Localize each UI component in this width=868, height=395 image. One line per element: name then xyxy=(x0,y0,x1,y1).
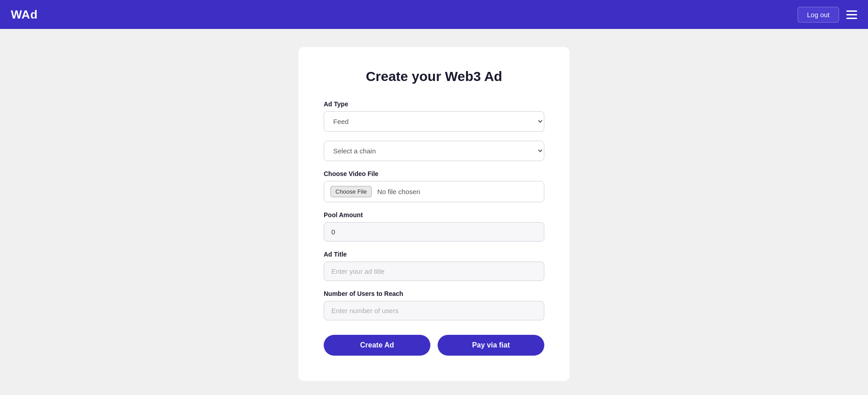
menu-line-3 xyxy=(846,18,857,19)
file-name-text: No file chosen xyxy=(377,188,420,195)
ad-type-label: Ad Type xyxy=(324,100,544,108)
create-ad-button[interactable]: Create Ad xyxy=(324,335,430,356)
form-title: Create your Web3 Ad xyxy=(324,69,544,84)
logout-button[interactable]: Log out xyxy=(797,7,839,23)
main-content: Create your Web3 Ad Ad Type Feed Banner … xyxy=(0,29,868,395)
pool-amount-group: Pool Amount xyxy=(324,211,544,242)
file-input-wrapper: Choose File No file chosen xyxy=(324,181,544,202)
pay-via-fiat-button[interactable]: Pay via fiat xyxy=(438,335,544,356)
menu-icon[interactable] xyxy=(846,10,857,19)
ad-type-group: Ad Type Feed Banner Video xyxy=(324,100,544,132)
form-card: Create your Web3 Ad Ad Type Feed Banner … xyxy=(298,47,570,381)
num-users-label: Number of Users to Reach xyxy=(324,290,544,297)
choose-file-button[interactable]: Choose File xyxy=(330,186,372,197)
num-users-group: Number of Users to Reach xyxy=(324,290,544,320)
app-logo: WAd xyxy=(11,8,38,22)
ad-title-label: Ad Title xyxy=(324,251,544,258)
app-header: WAd Log out xyxy=(0,0,868,29)
ad-title-input[interactable] xyxy=(324,262,544,281)
chain-select[interactable]: Select a chain Ethereum Polygon Solana B… xyxy=(324,141,544,161)
pool-amount-input[interactable] xyxy=(324,222,544,242)
num-users-input[interactable] xyxy=(324,301,544,320)
ad-title-group: Ad Title xyxy=(324,251,544,281)
menu-line-1 xyxy=(846,10,857,12)
form-buttons: Create Ad Pay via fiat xyxy=(324,335,544,356)
ad-type-select[interactable]: Feed Banner Video xyxy=(324,111,544,132)
menu-line-2 xyxy=(846,14,857,15)
video-file-group: Choose Video File Choose File No file ch… xyxy=(324,170,544,202)
chain-group: Select a chain Ethereum Polygon Solana B… xyxy=(324,141,544,161)
video-file-label: Choose Video File xyxy=(324,170,544,177)
header-actions: Log out xyxy=(797,7,857,23)
pool-amount-label: Pool Amount xyxy=(324,211,544,219)
